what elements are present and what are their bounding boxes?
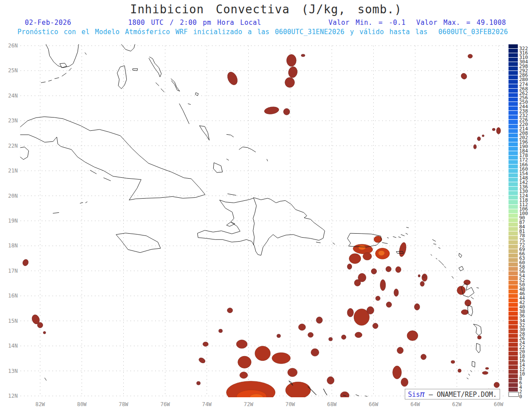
coastline-st-lucia	[476, 344, 480, 353]
cin-blob	[327, 377, 334, 384]
cin-blob	[43, 331, 46, 334]
cin-blob	[465, 300, 471, 306]
coastline-tortuga	[228, 194, 236, 195]
cin-blob	[286, 382, 310, 398]
cin-blob	[401, 378, 408, 386]
lon-tick-label: 82W	[35, 401, 45, 407]
coastline-isla-juventud	[20, 147, 29, 160]
coastline-antigua	[459, 266, 463, 271]
coastline-keys-1	[41, 82, 46, 83]
lon-tick-label: 62W	[452, 401, 462, 407]
coastline-virgin-gorda	[406, 233, 407, 234]
cin-shaded-regions	[22, 54, 501, 403]
cin-blob	[288, 66, 298, 78]
lon-tick-label: 72W	[244, 401, 254, 407]
coastline-cuba	[20, 117, 205, 200]
cin-blob	[355, 332, 362, 337]
coastline-grenadines-1	[470, 371, 472, 372]
coastline-grenadines-2	[469, 374, 470, 375]
cin-blob	[373, 323, 378, 329]
coastline-exuma-1	[156, 83, 159, 86]
cin-blob	[264, 106, 279, 115]
cin-blob	[298, 324, 305, 331]
coastline-cayman-brac	[86, 202, 87, 203]
coastline-keys-3	[55, 78, 59, 78]
cin-blob	[308, 333, 313, 337]
coastline-barbuda	[459, 253, 462, 258]
cin-blob	[482, 135, 484, 137]
coastline-crooked-acklins	[200, 126, 209, 141]
coastline-grenadines-3	[467, 378, 468, 379]
coastline-caicos	[239, 147, 255, 152]
cin-blob	[203, 342, 208, 346]
cin-blob	[219, 329, 222, 333]
cin-blob	[393, 366, 402, 379]
cin-blob	[285, 78, 295, 88]
coastline-saba	[431, 254, 432, 255]
coastline-san-salvador	[196, 93, 199, 96]
coastline-montserrat	[452, 276, 454, 278]
cin-blob	[341, 335, 346, 339]
cin-blob	[492, 128, 495, 131]
coastline-martinique	[473, 324, 481, 335]
cin-blob	[329, 337, 332, 341]
coastline-anegada	[407, 227, 409, 228]
coastline-culebra	[387, 238, 389, 238]
lon-tick-label: 74W	[202, 401, 212, 407]
cin-blob	[460, 72, 468, 80]
coastline-st-kitts	[439, 260, 444, 265]
lat-tick-label: 13N	[8, 368, 18, 374]
coastline-st-martin	[434, 244, 436, 244]
cin-blob	[196, 381, 200, 385]
lon-tick-label: 80W	[77, 401, 87, 407]
coastline-st-vincent	[472, 361, 475, 367]
coastline-long-island	[180, 104, 189, 124]
coastline-cat-island	[171, 79, 180, 91]
cin-blob	[468, 54, 472, 58]
cin-blob	[236, 340, 247, 348]
cin-blob	[277, 334, 280, 338]
coastline-bimini	[85, 53, 86, 55]
coastline-anguilla	[433, 239, 436, 241]
branding-org: ONAMET/REP.DOM.	[437, 391, 497, 399]
coastline-st-eustatius	[436, 258, 437, 259]
cin-blob	[407, 331, 418, 341]
coastline-little-inagua	[227, 159, 229, 160]
lon-tick-label: 66W	[369, 401, 379, 407]
coastline-grand-turk	[267, 159, 268, 161]
cin-blob	[255, 346, 270, 361]
lon-tick-label: 60W	[494, 401, 504, 407]
branding-badge: Sisπ – ONAMET/REP.DOM.	[405, 389, 500, 399]
cin-blob	[358, 274, 366, 282]
cin-blob	[497, 128, 501, 134]
cin-blob	[37, 322, 43, 328]
coastline-new-providence	[133, 69, 138, 71]
cin-blob	[240, 372, 248, 379]
coastline-st-thomas	[393, 237, 396, 238]
cin-blob	[359, 245, 366, 250]
coastline-haiti-dr-border	[253, 198, 257, 245]
cin-blob	[421, 354, 426, 360]
cin-blob	[386, 266, 391, 272]
cin-blob	[418, 274, 420, 277]
cin-blob	[395, 266, 401, 273]
lat-tick-label: 14N	[8, 343, 18, 349]
lon-tick-label: 64W	[411, 401, 420, 407]
lat-tick-label: 15N	[8, 318, 18, 324]
coastline-tortola	[401, 235, 405, 236]
lat-tick-label: 17N	[8, 268, 18, 274]
cin-blob	[283, 109, 289, 115]
coastline-saona	[316, 242, 320, 243]
cin-blob	[22, 258, 29, 266]
coastline-exuma-2	[161, 89, 164, 92]
lon-tick-label: 76W	[160, 401, 170, 407]
coastline-rum-cay	[188, 104, 191, 105]
coastline-vieques	[382, 243, 387, 243]
lat-tick-label: 25N	[8, 67, 18, 74]
lat-tick-label: 12N	[8, 393, 18, 399]
grid-lines	[20, 46, 504, 396]
cin-blob	[378, 251, 384, 255]
coastline-keys-5	[69, 68, 71, 71]
cin-blob	[477, 336, 481, 339]
cin-blob	[349, 254, 361, 264]
